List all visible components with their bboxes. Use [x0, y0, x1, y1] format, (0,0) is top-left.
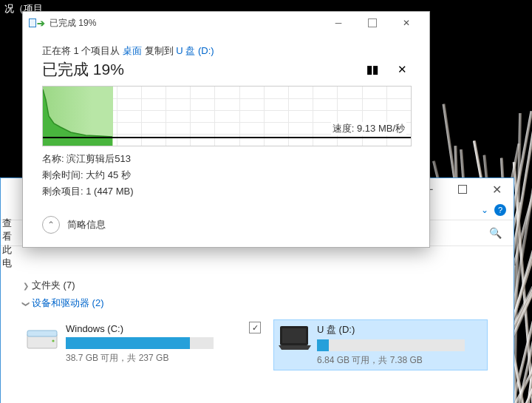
- drive-c[interactable]: Windows (C:) 38.7 GB 可用，共 237 GB: [23, 320, 236, 370]
- drive-d[interactable]: U 盘 (D:) 6.84 GB 可用，共 7.38 GB: [274, 320, 487, 370]
- drive-d-label: U 盘 (D:): [317, 323, 484, 336]
- fewer-details-label: 简略信息: [67, 218, 106, 231]
- help-icon[interactable]: ?: [494, 204, 506, 216]
- detail-name-row: 名称: 滨江剪辑后513: [42, 151, 410, 167]
- detail-remaining-row: 剩余项目: 1 (447 MB): [42, 183, 410, 200]
- pause-button[interactable]: ▮▮: [364, 61, 381, 78]
- sidebar-item-thispc[interactable]: 此电: [1, 243, 18, 260]
- search-icon[interactable]: 🔍: [489, 227, 502, 239]
- folders-group-header[interactable]: ❯文件夹 (7): [23, 279, 500, 292]
- drive-c-usage-bar: [66, 337, 214, 349]
- copy-progress-dialog: ➔ 已完成 19% ─ ✕ 正在将 1 个项目从 桌面 复制到 U 盘 (D:)…: [22, 11, 430, 248]
- chevron-right-icon: ❯: [23, 282, 29, 290]
- drive-d-checkbox[interactable]: ✓: [249, 322, 261, 333]
- drive-d-usage-bar: [317, 339, 465, 351]
- svg-rect-1: [27, 331, 57, 336]
- svg-point-2: [52, 339, 54, 342]
- dialog-title-text: 已完成 19%: [50, 17, 96, 30]
- dialog-minimize-button[interactable]: ─: [321, 12, 355, 34]
- tablet-drive-icon: [277, 323, 310, 353]
- svg-rect-4: [282, 328, 306, 343]
- detail-time-row: 剩余时间: 大约 45 秒: [42, 167, 410, 183]
- cancel-button[interactable]: ✕: [394, 61, 410, 78]
- fewer-details-button[interactable]: ⌃ 简略信息: [42, 216, 410, 234]
- transfer-speed-graph: for(let i=1;i<15;i++)document.write(`<di…: [42, 86, 412, 146]
- progress-headline: 已完成 19%: [42, 59, 124, 80]
- drive-d-usage-text: 6.84 GB 可用，共 7.38 GB: [317, 354, 484, 367]
- explorer-close-button[interactable]: ✕: [480, 178, 514, 200]
- destination-link[interactable]: U 盘 (D:): [176, 45, 214, 56]
- dialog-close-button[interactable]: ✕: [389, 12, 423, 34]
- sidebar-item-view[interactable]: 查看: [1, 217, 18, 233]
- drives-group-label: 设备和驱动器 (2): [32, 297, 104, 308]
- copy-operation-icon: ➔: [29, 18, 45, 29]
- explorer-sidebar-fragment: 查看 此电: [1, 211, 18, 260]
- hdd-icon: [26, 323, 58, 353]
- chevron-up-icon: ⌃: [42, 216, 60, 234]
- copy-description-line: 正在将 1 个项目从 桌面 复制到 U 盘 (D:): [42, 44, 410, 58]
- speed-label: 速度: 9.13 MB/秒: [331, 122, 406, 135]
- ribbon-collapse-icon[interactable]: ⌄: [481, 205, 488, 215]
- folders-group-label: 文件夹 (7): [32, 280, 75, 291]
- drive-c-usage-text: 38.7 GB 可用，共 237 GB: [66, 352, 233, 365]
- explorer-maximize-button[interactable]: [446, 178, 480, 200]
- source-link[interactable]: 桌面: [123, 45, 142, 56]
- dialog-maximize-button[interactable]: [355, 12, 389, 34]
- drive-c-label: Windows (C:): [66, 323, 233, 334]
- chevron-down-icon: ❯: [22, 301, 30, 307]
- drives-group-header[interactable]: ❯设备和驱动器 (2): [23, 297, 500, 310]
